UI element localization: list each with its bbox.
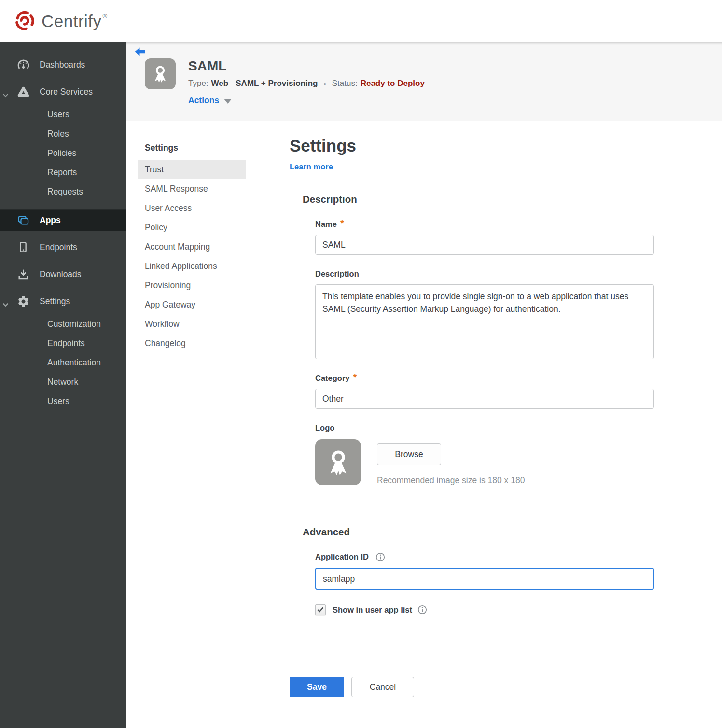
back-arrow-icon <box>134 47 146 57</box>
gear-icon <box>16 294 30 308</box>
subnav-item-trust[interactable]: Trust <box>138 160 246 179</box>
actions-label: Actions <box>188 96 219 106</box>
description-section-heading: Description <box>303 194 693 205</box>
application-id-label: Application ID <box>315 552 693 562</box>
logo-label: Logo <box>315 423 693 433</box>
logo-hint: Recommended image size is 180 x 180 <box>377 476 525 486</box>
chevron-down-icon <box>2 299 9 309</box>
actions-button[interactable]: Actions <box>188 96 232 106</box>
sidebar-item-label: Downloads <box>40 269 82 280</box>
brand-name: Centrify <box>42 10 102 33</box>
main-area: SAML Type: Web - SAML + Provisioning • S… <box>126 42 722 709</box>
save-button[interactable]: Save <box>290 677 344 697</box>
subnav-item-saml-response[interactable]: SAML Response <box>138 179 246 198</box>
page-title: Settings <box>290 136 693 155</box>
subnav-item-policy[interactable]: Policy <box>138 218 246 237</box>
settings-form: Settings Learn more Description Name * D… <box>265 121 722 709</box>
status-label: Status: <box>332 79 358 88</box>
name-label: Name * <box>315 220 693 229</box>
sidebar-item-downloads[interactable]: Downloads <box>0 263 126 285</box>
app-header-band: SAML Type: Web - SAML + Provisioning • S… <box>126 42 722 121</box>
registered-mark: ® <box>103 13 108 20</box>
meta-separator: • <box>323 80 326 88</box>
sidebar-subitem-reports[interactable]: Reports <box>0 163 126 182</box>
info-icon[interactable] <box>417 605 427 615</box>
top-header: Centrify ® <box>0 0 722 42</box>
back-button[interactable] <box>134 47 146 57</box>
subnav-item-app-gateway[interactable]: App Gateway <box>138 295 246 314</box>
sidebar-item-endpoints[interactable]: Endpoints <box>0 236 126 258</box>
show-in-user-app-list-label: Show in user app list <box>333 605 412 615</box>
sidebar-subitem-users-settings[interactable]: Users <box>0 392 126 411</box>
device-icon <box>16 240 30 254</box>
subnav-item-linked-applications[interactable]: Linked Applications <box>138 256 246 276</box>
sidebar-subitem-requests[interactable]: Requests <box>0 182 126 201</box>
sidebar-item-label: Core Services <box>40 87 93 97</box>
sidebar-item-label: Apps <box>40 215 61 225</box>
core-services-children: Users Roles Policies Reports Requests <box>0 103 126 204</box>
apps-icon <box>16 213 30 227</box>
sidebar-item-core-services[interactable]: Core Services <box>0 81 126 103</box>
required-asterisk: * <box>340 220 344 226</box>
sidebar-item-dashboards[interactable]: Dashboards <box>0 54 126 76</box>
type-value: Web - SAML + Provisioning <box>211 79 318 88</box>
learn-more-link[interactable]: Learn more <box>290 162 333 171</box>
application-id-input[interactable] <box>315 568 654 590</box>
core-services-icon <box>16 85 30 98</box>
sidebar-subitem-authentication[interactable]: Authentication <box>0 353 126 372</box>
name-input[interactable] <box>315 235 654 255</box>
app-subnav: Settings Trust SAML Response User Access… <box>126 121 265 672</box>
sidebar-subitem-policies[interactable]: Policies <box>0 143 126 163</box>
settings-children: Customization Endpoints Authentication N… <box>0 312 126 414</box>
sidebar-subitem-users[interactable]: Users <box>0 105 126 124</box>
app-logo <box>145 58 176 89</box>
award-ribbon-icon <box>150 64 170 84</box>
category-label: Category * <box>315 374 693 383</box>
subnav-item-provisioning[interactable]: Provisioning <box>138 276 246 295</box>
download-icon <box>16 267 30 281</box>
sidebar-subitem-network[interactable]: Network <box>0 372 126 392</box>
description-textarea[interactable]: This template enables you to provide sin… <box>315 284 654 359</box>
checkmark-icon <box>317 607 324 613</box>
app-title: SAML <box>188 58 425 74</box>
status-value: Ready to Deploy <box>361 79 425 88</box>
advanced-section-heading: Advanced <box>303 526 693 538</box>
gauge-icon <box>16 58 30 71</box>
sidebar-item-apps[interactable]: Apps <box>0 209 126 231</box>
app-meta: Type: Web - SAML + Provisioning • Status… <box>188 79 425 88</box>
browse-button[interactable]: Browse <box>377 443 441 465</box>
required-asterisk: * <box>353 374 357 380</box>
category-input[interactable] <box>315 389 654 409</box>
sidebar-item-label: Settings <box>40 296 70 307</box>
sidebar-subitem-roles[interactable]: Roles <box>0 124 126 143</box>
centrify-logo-icon <box>14 10 36 32</box>
brand: Centrify ® <box>14 10 107 33</box>
sidebar-item-settings[interactable]: Settings <box>0 290 126 312</box>
info-icon[interactable] <box>375 552 385 562</box>
cancel-button[interactable]: Cancel <box>351 677 414 697</box>
caret-down-icon <box>224 99 232 104</box>
show-in-user-app-list-checkbox[interactable] <box>315 604 326 615</box>
award-ribbon-icon <box>323 448 353 477</box>
sidebar: Dashboards Core Services Users Roles Pol… <box>0 42 126 728</box>
subnav-item-changelog[interactable]: Changelog <box>138 334 246 353</box>
sidebar-item-label: Endpoints <box>40 242 77 252</box>
subnav-item-workflow[interactable]: Workflow <box>138 314 246 334</box>
subnav-header: Settings <box>138 143 265 153</box>
sidebar-subitem-endpoints[interactable]: Endpoints <box>0 334 126 353</box>
subnav-item-user-access[interactable]: User Access <box>138 198 246 218</box>
chevron-down-icon <box>2 90 9 100</box>
subnav-item-account-mapping[interactable]: Account Mapping <box>138 237 246 256</box>
description-label: Description <box>315 269 693 279</box>
logo-preview <box>315 439 361 485</box>
sidebar-item-label: Dashboards <box>40 60 85 70</box>
type-label: Type: <box>188 79 208 88</box>
sidebar-subitem-customization[interactable]: Customization <box>0 314 126 334</box>
